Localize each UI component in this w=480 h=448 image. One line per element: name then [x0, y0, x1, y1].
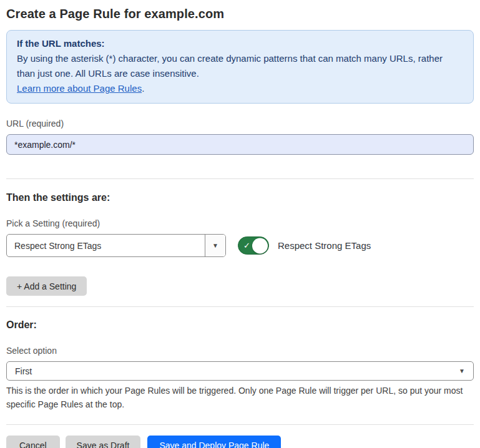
cancel-button[interactable]: Cancel: [6, 436, 60, 448]
order-select-label: Select option: [6, 346, 474, 356]
page-title: Create a Page Rule for example.com: [6, 6, 474, 21]
learn-more-link[interactable]: Learn more about Page Rules: [17, 83, 142, 94]
pick-setting-label: Pick a Setting (required): [6, 218, 474, 229]
order-help-text: This is the order in which your Page Rul…: [6, 384, 468, 411]
order-select-value: First: [15, 366, 32, 376]
info-box-heading: If the URL matches:: [17, 36, 463, 51]
footer-actions: Cancel Save as Draft Save and Deploy Pag…: [6, 436, 474, 448]
save-draft-button[interactable]: Save as Draft: [66, 436, 141, 448]
add-setting-button[interactable]: + Add a Setting: [6, 276, 87, 296]
setting-toggle[interactable]: ✓: [238, 236, 269, 255]
link-period: .: [142, 83, 144, 94]
order-section-heading: Order:: [6, 319, 474, 331]
setting-row: Respect Strong ETags ▼ ✓ Respect Strong …: [6, 234, 474, 257]
settings-section-heading: Then the settings are:: [6, 192, 474, 203]
url-field-label: URL (required): [6, 119, 474, 129]
setting-toggle-label: Respect Strong ETags: [278, 240, 371, 251]
save-deploy-button[interactable]: Save and Deploy Page Rule: [147, 436, 281, 448]
order-select[interactable]: First ▼: [6, 361, 474, 381]
url-input[interactable]: [6, 134, 474, 155]
dropdown-arrow-icon[interactable]: ▼: [205, 235, 225, 256]
info-box-body: By using the asterisk (*) character, you…: [17, 51, 463, 81]
footer-divider: [6, 424, 474, 425]
setting-select[interactable]: Respect Strong ETags ▼: [6, 234, 226, 257]
dropdown-arrow-icon: ▼: [459, 368, 465, 374]
create-page-rule-form: Create a Page Rule for example.com If th…: [0, 6, 480, 448]
setting-select-value: Respect Strong ETags: [7, 235, 205, 256]
info-box-link-line: Learn more about Page Rules.: [17, 81, 463, 96]
toggle-knob: [252, 238, 268, 253]
section-divider: [6, 178, 474, 179]
url-match-info-box: If the URL matches: By using the asteris…: [6, 30, 474, 104]
section-divider: [6, 306, 474, 307]
check-icon: ✓: [243, 241, 250, 250]
setting-toggle-wrap: ✓ Respect Strong ETags: [238, 236, 371, 255]
